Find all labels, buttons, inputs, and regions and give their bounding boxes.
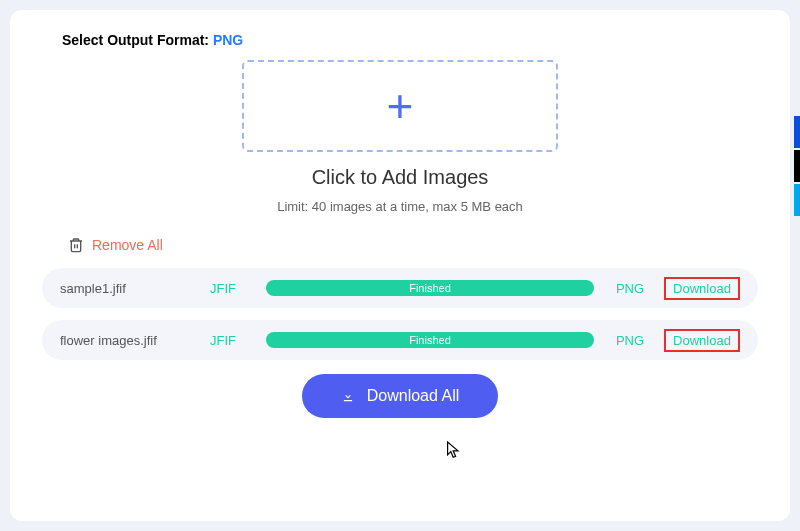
download-button[interactable]: Download	[664, 329, 740, 352]
file-source-format: JFIF	[210, 333, 266, 348]
progress-status: Finished	[409, 282, 451, 294]
remove-all-row[interactable]: Remove All	[34, 236, 766, 254]
converter-panel: Select Output Format: PNG + Click to Add…	[10, 10, 790, 521]
output-format-label: Select Output Format:	[62, 32, 213, 48]
progress-status: Finished	[409, 334, 451, 346]
output-format-row: Select Output Format: PNG	[34, 32, 766, 48]
file-name: sample1.jfif	[60, 281, 210, 296]
progress-bar: Finished	[266, 332, 594, 348]
download-button[interactable]: Download	[664, 277, 740, 300]
dropzone-title: Click to Add Images	[34, 166, 766, 189]
download-all-label: Download All	[367, 387, 460, 405]
stripe-blue[interactable]	[794, 116, 800, 148]
stripe-black[interactable]	[794, 150, 800, 182]
download-all-button[interactable]: Download All	[302, 374, 498, 418]
progress-bar: Finished	[266, 280, 594, 296]
file-source-format: JFIF	[210, 281, 266, 296]
output-format-value[interactable]: PNG	[213, 32, 243, 48]
file-dest-format: PNG	[602, 281, 658, 296]
plus-icon: +	[387, 83, 414, 129]
sidebar-stripes	[794, 116, 800, 216]
download-icon	[341, 389, 355, 403]
file-row: sample1.jfif JFIF Finished PNG Download	[42, 268, 758, 308]
dropzone[interactable]: +	[242, 60, 558, 152]
file-dest-format: PNG	[602, 333, 658, 348]
remove-all-label[interactable]: Remove All	[92, 237, 163, 253]
dropzone-subtitle: Limit: 40 images at a time, max 5 MB eac…	[34, 199, 766, 214]
stripe-cyan[interactable]	[794, 184, 800, 216]
file-name: flower images.jfif	[60, 333, 210, 348]
file-row: flower images.jfif JFIF Finished PNG Dow…	[42, 320, 758, 360]
trash-icon	[68, 236, 84, 254]
